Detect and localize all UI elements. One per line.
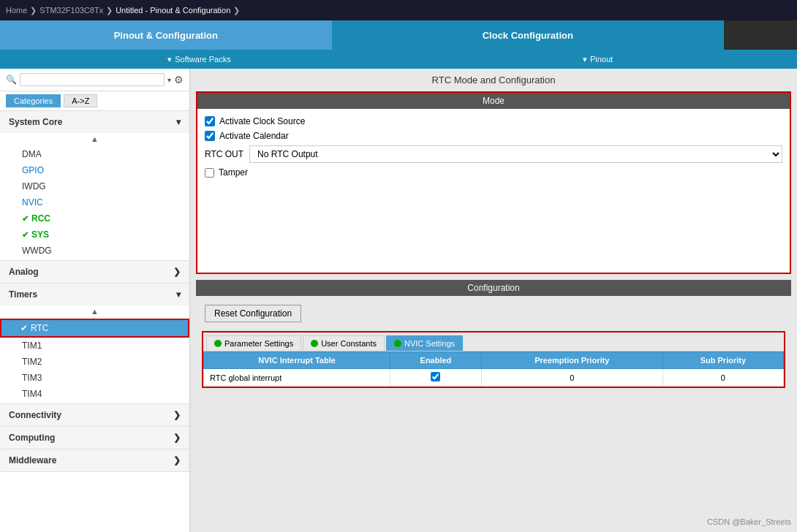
param-tab-dot (214, 340, 222, 347)
activate-clock-label: Activate Clock Source (219, 116, 305, 126)
system-core-label: System Core (9, 117, 62, 127)
system-core-header[interactable]: System Core ▾ (0, 111, 189, 133)
section-connectivity: Connectivity ❯ (0, 404, 189, 427)
reset-config-button[interactable]: Reset Configuration (205, 305, 301, 322)
timers-content: ✔ RTC TIM1 TIM2 TIM3 TIM4 (0, 317, 189, 403)
analog-label: Analog (9, 267, 39, 277)
config-label: Configuration (467, 283, 519, 293)
sidebar-item-tim2[interactable]: TIM2 (0, 354, 189, 370)
connectivity-arrow: ❯ (173, 410, 181, 420)
nvic-tab-label: NVIC Settings (404, 339, 455, 348)
section-system-core: System Core ▾ ▲ DMA GPIO IWDG NVIC ✔ RCC… (0, 111, 189, 261)
config-section-header: Configuration (196, 280, 791, 296)
activate-clock-row: Activate Clock Source (205, 116, 782, 126)
config-tabs-row: Parameter Settings User Constants NVIC S… (203, 332, 784, 352)
config-section: Configuration Reset Configuration Parame… (196, 280, 791, 388)
nvic-row-name: RTC global interrupt (204, 369, 390, 387)
gear-icon[interactable]: ⚙ (174, 74, 184, 86)
sidebar-item-tim3[interactable]: TIM3 (0, 370, 189, 386)
tab-categories[interactable]: Categories (6, 94, 61, 107)
activate-clock-checkbox[interactable] (205, 116, 215, 126)
user-tab-dot (311, 340, 318, 347)
sidebar-item-gpio[interactable]: GPIO (0, 162, 189, 178)
sidebar-item-rtc[interactable]: ✔ RTC (0, 319, 189, 338)
sidebar-search-bar: 🔍 ▾ ⚙ (0, 69, 189, 91)
search-dropdown-arrow[interactable]: ▾ (167, 76, 171, 84)
section-timers: Timers ▾ ▲ ✔ RTC TIM1 TIM2 TIM3 TIM4 (0, 284, 189, 404)
mode-section-header: Mode (197, 93, 790, 109)
sw-arrow: ▾ (167, 55, 172, 64)
nvic-row-preemption: 0 (481, 369, 662, 387)
activate-calendar-checkbox[interactable] (205, 131, 215, 141)
nvic-col-sub: Sub Priority (662, 352, 783, 369)
nvic-row-enabled (390, 369, 482, 387)
connectivity-header[interactable]: Connectivity ❯ (0, 404, 189, 426)
nvic-enabled-checkbox[interactable] (431, 372, 440, 381)
sys-check-icon: ✔ (22, 230, 29, 240)
system-core-arrow: ▾ (176, 117, 181, 127)
watermark: CSDN @Baker_Streets (707, 517, 791, 526)
clock-config-tab[interactable]: Clock Configuration (332, 20, 724, 50)
nav-home[interactable]: Home (6, 6, 27, 15)
table-row: RTC global interrupt 0 0 (204, 369, 784, 387)
section-computing: Computing ❯ (0, 427, 189, 449)
timers-label: Timers (9, 289, 37, 300)
nvic-tab-dot (394, 340, 401, 347)
nav-sep-2: ❯ (106, 6, 113, 15)
pinout-config-tab[interactable]: Pinout & Configuration (0, 20, 332, 50)
tab-nvic-settings[interactable]: NVIC Settings (386, 335, 463, 351)
timers-arrow: ▾ (176, 289, 181, 300)
mode-section-box: Mode Activate Clock Source Activate Cale… (196, 91, 791, 274)
tamper-checkbox[interactable] (205, 168, 214, 178)
sidebar-item-tim4[interactable]: TIM4 (0, 386, 189, 402)
nav-project[interactable]: Untitled - Pinout & Configuration (116, 6, 230, 15)
timers-scroll-up[interactable]: ▲ (0, 305, 189, 317)
system-core-content: DMA GPIO IWDG NVIC ✔ RCC ✔ SYS WWDG (0, 145, 189, 260)
middleware-header[interactable]: Middleware ❯ (0, 449, 189, 471)
content-title: RTC Mode and Configuration (190, 69, 797, 91)
nav-chip[interactable]: STM32F103C8Tx (39, 6, 103, 15)
config-tabs-container: Parameter Settings User Constants NVIC S… (202, 331, 785, 388)
timers-header[interactable]: Timers ▾ (0, 284, 189, 305)
search-icon: 🔍 (6, 75, 17, 85)
sidebar-item-wwdg[interactable]: WWDG (0, 243, 189, 259)
sidebar-item-dma[interactable]: DMA (0, 146, 189, 162)
analog-header[interactable]: Analog ❯ (0, 261, 189, 283)
sidebar-item-sys[interactable]: ✔ SYS (0, 227, 189, 243)
header-tabs: Pinout & Configuration Clock Configurati… (0, 20, 797, 50)
scroll-up-arrow[interactable]: ▲ (0, 133, 189, 145)
sidebar-item-nvic[interactable]: NVIC (0, 194, 189, 210)
computing-header[interactable]: Computing ❯ (0, 427, 189, 449)
pinout-subtab[interactable]: ▾ Pinout (398, 50, 797, 69)
nav-sep-1: ❯ (30, 6, 37, 15)
top-nav-bar: Home ❯ STM32F103C8Tx ❯ Untitled - Pinout… (0, 0, 797, 20)
nvic-col-enabled: Enabled (390, 352, 482, 369)
sidebar-item-tim1[interactable]: TIM1 (0, 338, 189, 354)
middleware-arrow: ❯ (173, 455, 181, 466)
sidebar-item-rcc[interactable]: ✔ RCC (0, 210, 189, 227)
tamper-label: Tamper (219, 167, 248, 178)
nvic-col-preemption: Preemption Priority (481, 352, 662, 369)
computing-arrow: ❯ (173, 433, 181, 443)
rcc-check-icon: ✔ (22, 214, 29, 224)
rtc-out-label: RTC OUT (205, 149, 243, 159)
sidebar: 🔍 ▾ ⚙ Categories A->Z System Core ▾ ▲ DM… (0, 69, 190, 532)
nvic-interrupt-table: NVIC Interrupt Table Enabled Preemption … (203, 352, 784, 387)
tab-az[interactable]: A->Z (64, 94, 97, 107)
config-controls: Reset Configuration (196, 296, 791, 331)
tab-user-constants[interactable]: User Constants (303, 335, 385, 351)
mode-section-content: Activate Clock Source Activate Calendar … (197, 109, 790, 273)
tab-parameter-settings[interactable]: Parameter Settings (206, 335, 301, 351)
pinout-arrow: ▾ (583, 55, 587, 64)
software-packs-subtab[interactable]: ▾ Software Packs (0, 50, 398, 69)
section-analog: Analog ❯ (0, 261, 189, 284)
sub-tabs: ▾ Software Packs ▾ Pinout (0, 50, 797, 69)
mode-spacer (205, 178, 782, 265)
user-tab-label: User Constants (321, 339, 377, 348)
tamper-row: Tamper (205, 167, 782, 178)
analog-arrow: ❯ (173, 267, 181, 277)
rtc-out-select[interactable]: No RTC Output RTC Output 1 Hz RTC Output… (249, 145, 782, 163)
main-layout: 🔍 ▾ ⚙ Categories A->Z System Core ▾ ▲ DM… (0, 69, 797, 532)
search-input[interactable] (20, 73, 165, 86)
sidebar-item-iwdg[interactable]: IWDG (0, 178, 189, 194)
